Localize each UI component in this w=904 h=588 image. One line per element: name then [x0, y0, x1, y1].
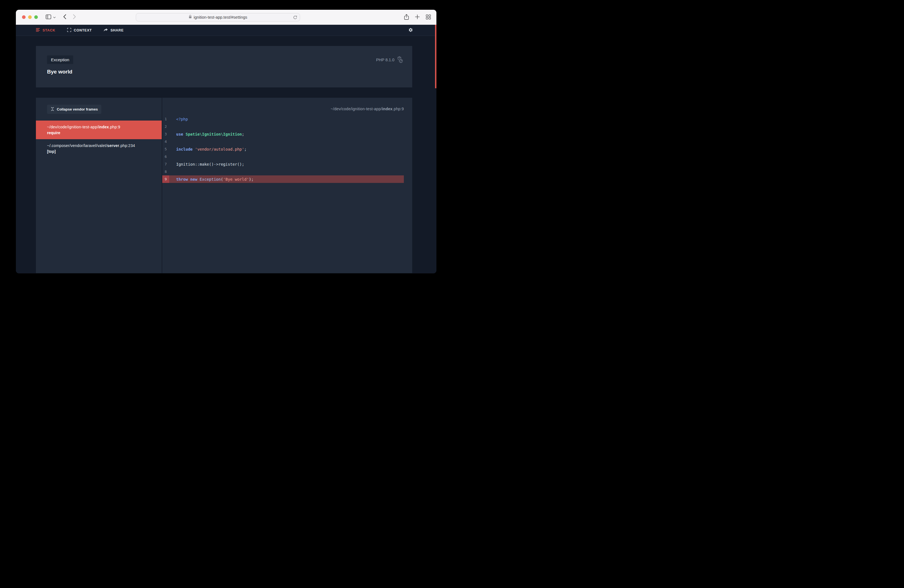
address-bar[interactable]: ignition-test-app.test/#settings [136, 13, 300, 21]
line-number: 7 [162, 160, 169, 168]
chevron-down-icon [53, 15, 56, 19]
share-button[interactable] [404, 14, 409, 21]
zoom-window-button[interactable] [34, 15, 38, 19]
frame-method: require [47, 130, 156, 136]
tab-share[interactable]: SHARE [104, 28, 124, 33]
sidebar-toggle-button[interactable] [46, 14, 51, 20]
tab-share-label: SHARE [111, 28, 124, 32]
line-number: 6 [162, 153, 169, 160]
code-text: throw new Exception('Bye world'); [169, 177, 254, 182]
forward-button[interactable] [73, 14, 76, 20]
nav-tabs: STACK CONTEXT SHARE [36, 28, 123, 33]
sidebar-icon [46, 14, 51, 20]
new-tab-button[interactable] [415, 14, 420, 20]
laravel-icon [397, 56, 404, 64]
gear-icon [408, 28, 413, 33]
code-line-2: 2 [162, 123, 404, 130]
tab-overview-button[interactable] [426, 14, 431, 21]
url-text: ignition-test-app.test/#settings [194, 15, 247, 19]
stack-trace-section: Collapse vendor frames ~/dev/code/igniti… [36, 98, 412, 273]
collapse-button-label: Collapse vendor frames [57, 107, 98, 111]
line-number: 4 [162, 138, 169, 145]
code-lines: 1<?php23use Spatie\Ignition\Ignition;45i… [162, 115, 404, 183]
back-arrow-icon [63, 14, 66, 20]
frame-method: [top] [47, 149, 156, 154]
code-line-6: 6 [162, 153, 404, 160]
window-controls [22, 15, 38, 19]
code-line-1: 1<?php [162, 115, 404, 123]
code-line-3: 3use Spatie\Ignition\Ignition; [162, 130, 404, 138]
page-container: Exception PHP 8.1.0 Bye world Collapse v… [36, 46, 412, 273]
share-arrow-icon [104, 28, 108, 33]
exception-card-header: Exception PHP 8.1.0 [47, 55, 404, 64]
settings-gear-button[interactable] [408, 28, 413, 33]
code-panel: ~/dev/code/ignition-test-app/index.php:9… [162, 98, 412, 273]
web-content: STACK CONTEXT SHARE Exception [16, 25, 436, 273]
exception-message: Bye world [47, 69, 404, 75]
code-line-8: 8 [162, 168, 404, 175]
scrollbar-thumb[interactable] [435, 25, 436, 88]
stack-frame-1[interactable]: ~/.composer/vendor/laravel/valet/server.… [36, 139, 162, 158]
safari-window: ignition-test-app.test/#settings STACK [16, 10, 436, 273]
tab-context[interactable]: CONTEXT [67, 28, 92, 33]
plus-icon [415, 14, 420, 20]
line-number: 9 [162, 175, 169, 183]
tab-stack-label: STACK [43, 28, 55, 32]
collapse-icon [51, 107, 54, 112]
code-line-7: 7Ignition::make()->register(); [162, 160, 404, 168]
browser-toolbar: ignition-test-app.test/#settings [16, 10, 436, 25]
tab-stack[interactable]: STACK [36, 28, 55, 33]
php-version-meta: PHP 8.1.0 [376, 56, 404, 64]
exception-class-badge: Exception [47, 55, 73, 64]
stack-frames-panel: Collapse vendor frames ~/dev/code/igniti… [36, 98, 162, 273]
line-number: 3 [162, 130, 169, 138]
reload-button[interactable] [293, 15, 297, 19]
toolbar-right-buttons [404, 10, 431, 25]
frame-path: ~/dev/code/ignition-test-app/index.php:9 [47, 124, 156, 130]
ignition-nav-bar: STACK CONTEXT SHARE [16, 25, 436, 36]
lock-icon [189, 15, 192, 20]
minimize-window-button[interactable] [28, 15, 32, 19]
frame-path: ~/.composer/vendor/laravel/valet/server.… [47, 143, 156, 149]
tab-grid-icon [426, 14, 431, 21]
forward-arrow-icon [73, 14, 76, 20]
line-number: 2 [162, 123, 169, 130]
stack-frames-list: ~/dev/code/ignition-test-app/index.php:9… [36, 120, 162, 158]
code-file-path: ~/dev/code/ignition-test-app/index.php:9 [162, 98, 412, 111]
code-text: <?php [169, 117, 188, 122]
code-text: include 'vendor/autoload.php'; [169, 147, 247, 152]
code-line-4: 4 [162, 138, 404, 145]
exception-card: Exception PHP 8.1.0 Bye world [36, 46, 412, 87]
line-number: 1 [162, 115, 169, 123]
tab-context-label: CONTEXT [74, 28, 92, 32]
sidebar-chevron-button[interactable] [53, 15, 56, 19]
code-text: Ignition::make()->register(); [169, 162, 244, 166]
line-number: 8 [162, 168, 169, 175]
line-number: 5 [162, 145, 169, 153]
stack-list-icon [36, 28, 40, 33]
context-brackets-icon [67, 28, 71, 33]
stack-frame-0[interactable]: ~/dev/code/ignition-test-app/index.php:9… [36, 120, 162, 139]
close-window-button[interactable] [22, 15, 25, 19]
php-version-label: PHP 8.1.0 [376, 58, 394, 62]
back-button[interactable] [63, 14, 66, 20]
code-line-9: 9throw new Exception('Bye world'); [162, 175, 404, 183]
share-export-icon [404, 14, 409, 21]
code-text: use Spatie\Ignition\Ignition; [169, 132, 244, 136]
collapse-vendor-frames-button[interactable]: Collapse vendor frames [47, 105, 101, 114]
code-line-5: 5include 'vendor/autoload.php'; [162, 145, 404, 153]
